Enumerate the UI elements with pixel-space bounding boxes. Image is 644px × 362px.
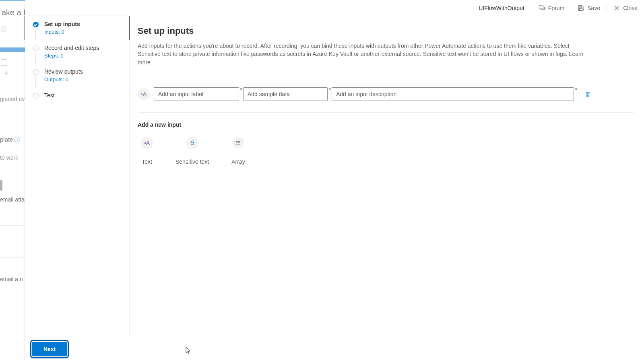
bg-accent-bar (0, 47, 25, 52)
step-subtext: Inputs: 0 (44, 29, 123, 35)
forum-icon (539, 5, 545, 11)
step-connector (35, 52, 36, 63)
step-nav: Set up inputs Inputs: 0 Record and edit … (25, 16, 130, 336)
cursor-icon (185, 347, 192, 355)
description-text: Add inputs for the actions you're about … (138, 43, 570, 57)
svg-rect-5 (237, 141, 240, 142)
bg-text-plate: plate (0, 136, 13, 143)
close-button[interactable]: Close (607, 0, 644, 16)
step-empty-icon (33, 69, 39, 75)
step-review-outputs[interactable]: Review outputs Outputs: 0 (25, 64, 129, 87)
save-button[interactable]: Save (571, 0, 607, 16)
bg-text-emailn: email a n (0, 276, 23, 282)
type-text-button[interactable]: aA Text (138, 135, 156, 167)
bg-plus-icon: + (4, 69, 8, 78)
bg-uiflow-icon (1, 60, 7, 66)
type-label: Text (142, 158, 152, 165)
svg-point-6 (236, 142, 237, 143)
page-title: Set up inputs (138, 26, 634, 36)
input-type-row: aA Text Sensitive text (138, 135, 634, 167)
step-subtext: Steps: 0 (44, 53, 123, 59)
svg-rect-3 (191, 142, 194, 145)
flow-name-label: UIFlowWithOutput (471, 5, 532, 11)
dialog-footer: Next (25, 336, 644, 362)
input-label-field[interactable] (154, 87, 239, 101)
step-title: Test (44, 92, 123, 99)
svg-rect-0 (539, 6, 543, 9)
array-type-icon (232, 137, 244, 149)
bg-partial-title: ake a fl (2, 8, 27, 17)
info-icon: i (14, 137, 20, 142)
svg-rect-7 (237, 142, 240, 143)
bg-divider (0, 225, 25, 226)
type-array-button[interactable]: Array (228, 135, 248, 167)
forum-button[interactable]: Forum (532, 0, 571, 16)
svg-rect-2 (580, 8, 582, 10)
type-sensitive-button[interactable]: Sensitive text (172, 135, 212, 167)
step-title: Record and edit steps (44, 45, 123, 51)
delete-input-button[interactable] (581, 88, 594, 101)
close-icon (613, 5, 620, 11)
svg-rect-9 (237, 144, 240, 144)
ui-flow-dialog: UIFlowWithOutput Forum Save Close (25, 0, 644, 362)
input-description-field[interactable] (332, 87, 574, 101)
step-subtext: Outputs: 0 (44, 76, 123, 82)
step-title: Set up inputs (44, 21, 123, 27)
step-title: Review outputs (44, 68, 123, 75)
step-test[interactable]: Test (25, 87, 129, 103)
svg-point-8 (236, 144, 237, 145)
text-type-icon: aA (138, 88, 150, 100)
input-sample-field[interactable] (243, 87, 328, 101)
page-description: Add inputs for the actions you're about … (138, 42, 588, 66)
step-empty-icon (33, 45, 39, 51)
step-done-icon (33, 22, 39, 27)
dialog-header: UIFlowWithOutput Forum Save Close (25, 0, 644, 16)
forum-label: Forum (548, 5, 564, 11)
svg-point-4 (236, 141, 237, 142)
type-label: Sensitive text (175, 158, 209, 165)
content-area: Set up inputs Add inputs for the actions… (130, 16, 644, 336)
sensitive-type-icon (186, 137, 198, 149)
next-button[interactable]: Next (32, 342, 67, 356)
bg-text-emailattac: email attac (0, 196, 27, 203)
step-setup-inputs[interactable]: Set up inputs Inputs: 0 (25, 16, 130, 40)
dialog-body: Set up inputs Inputs: 0 Record and edit … (25, 16, 644, 336)
type-label: Array (231, 158, 245, 165)
bg-text-tework: te work (0, 154, 18, 161)
step-connector (35, 28, 36, 39)
step-connector (35, 76, 36, 87)
close-label: Close (623, 5, 638, 11)
step-record-edit[interactable]: Record and edit steps Steps: 0 (25, 40, 129, 64)
info-icon: i (1, 27, 6, 32)
input-definition-row: aA (138, 87, 634, 113)
text-type-icon: aA (141, 137, 153, 149)
step-empty-icon (33, 93, 39, 99)
trash-icon (584, 91, 591, 97)
save-icon (578, 5, 584, 11)
bg-divider (0, 257, 25, 258)
svg-rect-1 (580, 6, 582, 7)
add-new-input-heading: Add a new input (138, 121, 634, 128)
save-label: Save (587, 5, 600, 11)
bg-gray-box (0, 180, 2, 191)
